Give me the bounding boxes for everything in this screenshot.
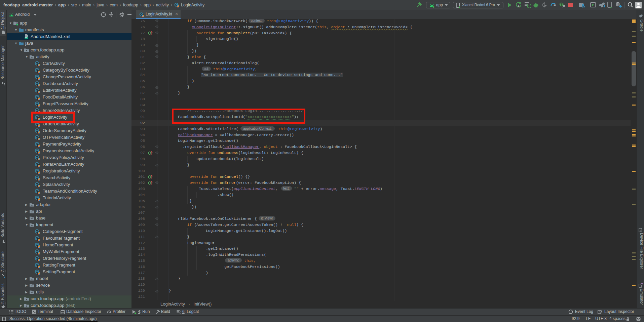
svg-text:A: A [518,5,520,8]
